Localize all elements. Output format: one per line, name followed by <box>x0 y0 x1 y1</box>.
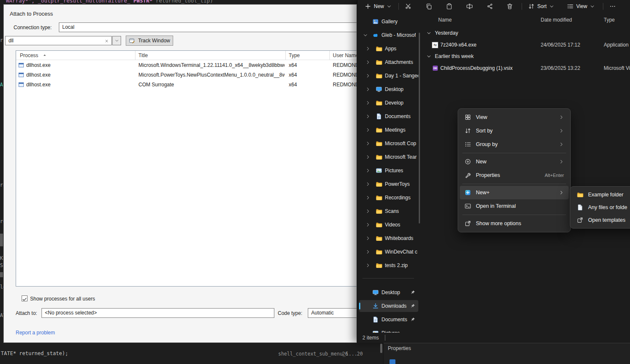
rename-button[interactable] <box>464 1 475 11</box>
column-divider[interactable] <box>329 51 330 60</box>
chevron-right-icon[interactable] <box>365 100 370 105</box>
chevron-right-icon[interactable] <box>365 182 370 187</box>
process-row[interactable]: dllhost.exe COM Surrogate x64 REDMOND <box>16 80 357 90</box>
sidebar-item-desktop[interactable]: Desktop <box>359 83 418 95</box>
chevron-right-icon[interactable] <box>365 236 370 241</box>
context-menu-item-open-in-terminal[interactable]: Open in Terminal <box>460 199 569 213</box>
chevron-right-icon[interactable] <box>365 195 370 200</box>
gallery-icon <box>372 18 379 25</box>
column-header-date-modified[interactable]: Date modified <box>541 17 572 23</box>
column-header-type[interactable]: Type <box>289 51 300 60</box>
track-window-button[interactable]: Track Window <box>126 36 173 46</box>
column-header-title[interactable]: Title <box>138 51 148 60</box>
filter-value: dll <box>8 38 14 44</box>
process-row[interactable]: dllhost.exe Microsoft.WindowsTerminal_1.… <box>16 61 357 70</box>
menu-item-label: New+ <box>476 190 489 196</box>
attach-to-field[interactable]: <No process selected> <box>41 308 274 318</box>
context-menu-item-sort-by[interactable]: Sort by <box>460 124 569 138</box>
sidebar-item-meetings[interactable]: Meetings <box>359 124 418 136</box>
chevron-right-icon[interactable] <box>365 87 370 92</box>
chevron-right-icon[interactable] <box>365 154 370 160</box>
sidebar-item-gallery[interactable]: Gallery <box>359 16 418 28</box>
context-menu-item-newplus[interactable]: New+ <box>460 186 569 199</box>
column-divider[interactable] <box>285 51 286 60</box>
submenu-item-any-files[interactable]: Any files or folde <box>572 201 630 214</box>
sidebar-item-scans[interactable]: Scans <box>359 205 418 217</box>
view-button[interactable]: View <box>564 1 598 11</box>
column-divider[interactable] <box>135 51 135 60</box>
show-more-icon <box>464 220 471 227</box>
group-label: Earlier this week <box>435 53 474 59</box>
clear-filter-icon[interactable] <box>105 39 109 43</box>
chevron-right-icon[interactable] <box>365 222 370 227</box>
sidebar-item-microsoft-tear[interactable]: Microsoft Tear <box>359 151 418 163</box>
zip-icon <box>376 262 382 269</box>
context-menu-item-group-by[interactable]: Group by <box>460 138 569 151</box>
chevron-right-icon[interactable] <box>365 141 370 146</box>
chevron-down-icon[interactable] <box>426 30 431 36</box>
process-filter-input[interactable]: dll <box>5 36 112 45</box>
cut-button[interactable] <box>402 1 414 11</box>
submenu-item-open-templates[interactable]: Open templates <box>572 214 630 226</box>
sidebar-item-windevchat[interactable]: WinDevChat c <box>359 246 418 258</box>
properties-toolbar-icon[interactable] <box>390 359 395 364</box>
folder-icon <box>577 191 583 198</box>
code-type-combobox[interactable]: Automatic <box>308 308 357 318</box>
sidebar-item-pictures[interactable]: Pictures <box>359 165 418 176</box>
sidebar-item-microsoft-cop[interactable]: Microsoft Cop <box>359 138 418 149</box>
chevron-right-icon[interactable] <box>365 263 370 268</box>
sidebar-scrollbar[interactable] <box>419 33 420 223</box>
editor-margin-block <box>0 234 3 246</box>
new-button[interactable]: New <box>362 1 395 11</box>
sidebar-item-powertoys[interactable]: PowerToys <box>359 178 418 190</box>
sidebar-item-develop[interactable]: Develop <box>359 97 418 109</box>
sidebar-item-videos[interactable]: Videos <box>359 219 418 231</box>
chevron-right-icon[interactable] <box>365 114 370 119</box>
chevron-down-icon[interactable] <box>426 54 431 59</box>
sidebar-item-downloads-pinned[interactable]: Downloads <box>359 300 418 312</box>
explorer-status-bar: 2 items <box>357 333 630 343</box>
folder-icon <box>376 248 382 255</box>
connection-type-combobox[interactable]: Local <box>59 22 357 32</box>
sort-button[interactable]: Sort <box>525 1 557 11</box>
process-row[interactable]: dllhost.exe Microsoft.PowerToys.NewPlusC… <box>16 70 357 80</box>
column-header-name[interactable]: Name <box>438 17 452 23</box>
sidebar-item-onedrive[interactable]: Gleb - Microsof <box>359 29 418 41</box>
share-button[interactable] <box>484 1 496 11</box>
sidebar-item-documents-pinned[interactable]: Documents <box>359 314 418 325</box>
column-header-type[interactable]: Type <box>604 17 615 23</box>
sidebar-item-desktop-pinned[interactable]: Desktop <box>359 287 418 298</box>
sidebar-item-label: Meetings <box>385 127 406 133</box>
submenu-item-example-folder[interactable]: Example folder <box>572 188 630 201</box>
context-menu-item-view[interactable]: View <box>460 110 569 124</box>
group-header-earlier-this-week[interactable]: Earlier this week <box>426 53 474 59</box>
folder-icon <box>376 235 382 242</box>
delete-button[interactable] <box>504 1 516 11</box>
filter-dropdown-button[interactable] <box>112 36 121 45</box>
file-row[interactable]: 7z 7z2409-x64.exe 24/06/2025 17:12 Appli… <box>357 40 630 51</box>
show-all-users-checkbox[interactable] <box>22 295 28 301</box>
sidebar-item-recordings[interactable]: Recordings <box>359 192 418 204</box>
paste-button[interactable] <box>443 1 455 11</box>
chevron-right-icon <box>559 159 564 164</box>
sidebar-item-whiteboards[interactable]: Whiteboards <box>359 232 418 244</box>
see-more-button[interactable] <box>607 1 619 11</box>
context-menu-item-properties[interactable]: Properties Alt+Enter <box>460 168 569 182</box>
chevron-right-icon[interactable] <box>365 209 370 214</box>
copy-button[interactable] <box>423 1 435 11</box>
scrollbar-thumb[interactable] <box>380 344 382 353</box>
context-menu-item-show-more-options[interactable]: Show more options <box>460 217 569 230</box>
chevron-right-icon[interactable] <box>365 127 370 132</box>
sidebar-item-tests-zip[interactable]: tests 2.zip <box>359 259 418 271</box>
chevron-down-icon[interactable] <box>363 33 368 38</box>
column-header-user[interactable]: User Name <box>333 51 357 60</box>
sidebar-item-documents[interactable]: Documents <box>359 110 418 122</box>
context-menu-item-new[interactable]: New <box>460 155 569 168</box>
file-row[interactable]: ChildProcessDebugging (1).vsix 23/06/202… <box>357 63 630 74</box>
group-header-yesterday[interactable]: Yesterday <box>426 30 458 36</box>
report-problem-link[interactable]: Report a problem <box>16 330 55 336</box>
chevron-right-icon[interactable] <box>365 249 370 254</box>
chevron-right-icon[interactable] <box>365 168 370 173</box>
editor-code-line: WArray*", _outptr_result_nullonfailure_ … <box>6 0 213 4</box>
column-header-process[interactable]: Process <box>20 51 38 60</box>
